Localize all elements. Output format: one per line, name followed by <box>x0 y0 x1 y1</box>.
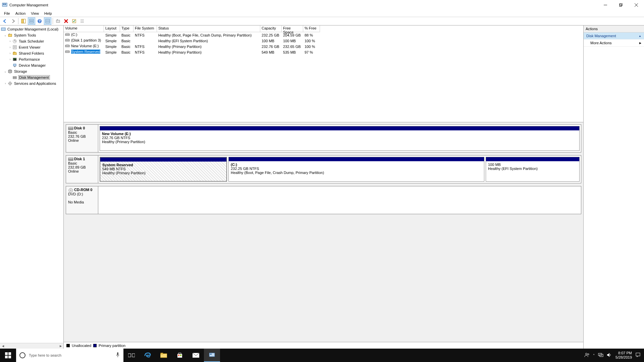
partition[interactable]: (C:)232.25 GB NTFSHealthy (Boot, Page Fi… <box>228 157 484 182</box>
disk-graphical-view[interactable]: Disk 0Basic232.76 GBOnlineNew Volume (E:… <box>64 122 583 342</box>
svg-rect-70 <box>132 354 135 357</box>
expand-icon[interactable]: › <box>8 40 12 43</box>
tree-root[interactable]: Computer Management (Local) <box>0 26 63 32</box>
volume-row[interactable]: New Volume (E:)SimpleBasicNTFSHealthy (P… <box>64 44 583 49</box>
col-filesystem[interactable]: File System <box>133 25 157 32</box>
expand-icon[interactable]: › <box>8 46 12 49</box>
list-button[interactable] <box>78 17 86 25</box>
start-button[interactable] <box>0 349 16 362</box>
partition-stripe <box>100 126 579 130</box>
scroll-left-icon[interactable]: ◀ <box>0 343 6 349</box>
volume-icon[interactable] <box>607 353 612 358</box>
tree-scrollbar[interactable]: ◀ ▶ <box>0 343 63 349</box>
properties-button[interactable] <box>70 17 78 25</box>
actions-more[interactable]: More Actions ▶ <box>584 40 644 47</box>
help-button[interactable]: ? <box>36 17 43 25</box>
volume-row[interactable]: (Disk 1 partition 3)SimpleBasicHealthy (… <box>64 38 583 44</box>
col-percent[interactable]: % Free <box>303 25 320 32</box>
navigation-tree[interactable]: Computer Management (Local) ⌄ System Too… <box>0 25 64 349</box>
disk-row[interactable]: Disk 0Basic232.76 GBOnlineNew Volume (E:… <box>66 124 581 153</box>
tree-services-apps[interactable]: › Services and Applications <box>0 80 63 86</box>
volume-row[interactable]: System ReservedSimpleBasicNTFSHealthy (P… <box>64 49 583 55</box>
collapse-icon[interactable]: ⌄ <box>3 70 7 73</box>
col-free[interactable]: Free Space <box>282 25 303 32</box>
search-box[interactable]: Type here to search <box>16 349 123 362</box>
network-icon[interactable] <box>598 353 603 358</box>
collapse-icon: ▲ <box>639 35 641 38</box>
maximize-button[interactable] <box>613 0 629 10</box>
svg-text:?: ? <box>39 19 41 23</box>
disk-row[interactable]: CD-ROM 0DVD (D:) No Media <box>66 186 581 214</box>
expand-icon[interactable]: › <box>3 82 7 85</box>
people-icon[interactable] <box>584 352 590 358</box>
svg-rect-77 <box>209 353 215 357</box>
scroll-right-icon[interactable]: ▶ <box>58 343 63 349</box>
view-button-2[interactable] <box>44 17 51 25</box>
search-placeholder: Type here to search <box>29 353 61 357</box>
expand-icon[interactable]: › <box>8 58 12 61</box>
computer-management-taskbar-icon[interactable] <box>204 349 220 362</box>
svg-rect-26 <box>9 34 10 35</box>
svg-rect-34 <box>13 52 15 53</box>
legend-primary: Primary partition <box>99 344 125 348</box>
col-status[interactable]: Status <box>157 25 260 32</box>
menu-help[interactable]: Help <box>42 11 55 16</box>
edge-icon[interactable] <box>140 349 156 362</box>
forward-button[interactable] <box>9 17 17 25</box>
tree-disk-management[interactable]: Disk Management <box>0 74 63 80</box>
show-hide-tree-button[interactable] <box>20 17 27 25</box>
notifications-icon[interactable] <box>635 352 641 358</box>
svg-point-56 <box>65 50 69 51</box>
menu-action[interactable]: Action <box>13 11 29 16</box>
menu-view[interactable]: View <box>28 11 42 16</box>
svg-point-50 <box>65 33 69 34</box>
volume-row[interactable]: (C:)SimpleBasicNTFSHealthy (Boot, Page F… <box>64 32 583 38</box>
partition[interactable]: System Reserved549 MB NTFSHealthy (Prima… <box>100 157 227 182</box>
volume-list[interactable]: Volume Layout Type File System Status Ca… <box>64 25 583 122</box>
clock[interactable]: 8:07 PM 5/28/2019 <box>615 351 632 360</box>
view-button-1[interactable] <box>28 17 35 25</box>
delete-button[interactable] <box>62 17 70 25</box>
back-button[interactable] <box>1 17 9 25</box>
col-type[interactable]: Type <box>120 25 133 32</box>
partition[interactable]: New Volume (E:)232.76 GB NTFSHealthy (Pr… <box>100 126 580 151</box>
actions-pane: Actions Disk Management ▲ More Actions ▶ <box>584 25 644 349</box>
tree-performance[interactable]: › Performance <box>0 56 63 62</box>
disk-icon <box>68 188 73 192</box>
tree-shared-folders[interactable]: › Shared Folders <box>0 50 63 56</box>
disk-row[interactable]: Disk 1Basic232.89 GBOnlineSystem Reserve… <box>66 155 581 183</box>
app-icon <box>2 2 7 8</box>
tree-system-tools[interactable]: ⌄ System Tools <box>0 32 63 38</box>
col-capacity[interactable]: Capacity <box>260 25 282 32</box>
collapse-icon[interactable]: ⌄ <box>3 34 7 37</box>
actions-disk-management[interactable]: Disk Management ▲ <box>584 33 644 40</box>
swatch-primary <box>93 344 97 347</box>
svg-rect-41 <box>13 76 16 77</box>
mail-icon[interactable] <box>188 349 204 362</box>
col-layout[interactable]: Layout <box>104 25 120 32</box>
cortana-icon <box>19 352 25 358</box>
svg-rect-30 <box>13 46 16 49</box>
close-button[interactable] <box>629 0 644 10</box>
svg-rect-64 <box>8 352 11 355</box>
store-icon[interactable] <box>172 349 188 362</box>
taskbar[interactable]: Type here to search ˄ 8:07 PM 5/28/2019 <box>0 349 644 362</box>
tree-task-scheduler[interactable]: › Task Scheduler <box>0 38 63 44</box>
tree-device-manager[interactable]: Device Manager <box>0 62 63 68</box>
settings-button[interactable] <box>54 17 62 25</box>
task-view-button[interactable] <box>123 349 140 362</box>
minimize-button[interactable] <box>598 0 613 10</box>
menu-file[interactable]: File <box>1 11 13 16</box>
mic-icon[interactable] <box>115 352 120 359</box>
col-volume[interactable]: Volume <box>64 25 104 32</box>
tree-event-viewer[interactable]: › Event Viewer <box>0 44 63 50</box>
tree-storage[interactable]: ⌄ Storage <box>0 68 63 74</box>
file-explorer-icon[interactable] <box>156 349 172 362</box>
legend: Unallocated Primary partition <box>64 342 583 349</box>
expand-icon[interactable]: › <box>8 52 12 55</box>
chevron-up-icon[interactable]: ˄ <box>593 354 595 357</box>
drive-icon <box>65 39 70 43</box>
partition[interactable]: 100 MBHealthy (EFI System Partition) <box>486 157 580 182</box>
svg-rect-75 <box>180 355 181 356</box>
svg-rect-57 <box>68 127 73 129</box>
